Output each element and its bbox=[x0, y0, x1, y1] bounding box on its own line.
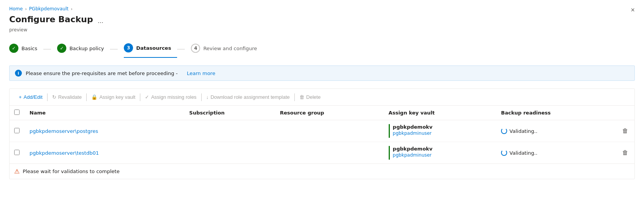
keyvault-info-1: pgbkpdemokv pgbkpadminuser bbox=[393, 146, 433, 158]
datasources-table: Name Subscription Resource group Assign … bbox=[10, 106, 634, 164]
validating-spinner-1 bbox=[501, 150, 507, 156]
delete-toolbar-button[interactable]: 🗑 Delete bbox=[296, 93, 324, 101]
download-template-label: Download role assignment template bbox=[210, 94, 290, 100]
row-delete-button-1[interactable]: 🗑 bbox=[621, 149, 630, 157]
breadcrumb-home[interactable]: Home bbox=[9, 6, 23, 11]
revalidate-label: Revalidate bbox=[58, 94, 82, 100]
add-icon: + bbox=[19, 94, 22, 100]
validating-text-0: Validating.. bbox=[509, 128, 537, 134]
row-subscription-1 bbox=[185, 142, 276, 164]
step-datasources-indicator: 3 bbox=[124, 43, 133, 52]
row-checkbox-cell-1[interactable] bbox=[10, 142, 25, 164]
warning-text: Please wait for validations to complete bbox=[23, 168, 120, 174]
add-edit-button[interactable]: + Add/Edit bbox=[16, 93, 46, 101]
page-subtitle: preview bbox=[9, 27, 635, 33]
row-name-0: pgbkpdemoserver\postgres bbox=[25, 120, 185, 142]
breadcrumb: Home › PGbkpdemovault › bbox=[9, 6, 635, 11]
step-basics-indicator: ✓ bbox=[9, 44, 18, 53]
delete-label: Delete bbox=[306, 94, 321, 100]
col-resource-group: Resource group bbox=[275, 106, 384, 120]
row-readiness-0: Validating.. bbox=[496, 120, 616, 142]
assign-missing-roles-label: Assign missing roles bbox=[151, 94, 197, 100]
step-basics-label: Basics bbox=[21, 46, 37, 51]
row-name-link-0[interactable]: pgbkpdemoserver\postgres bbox=[30, 128, 98, 134]
step-datasources[interactable]: 3 Datasources bbox=[124, 40, 177, 58]
table-header-row: Name Subscription Resource group Assign … bbox=[10, 106, 634, 120]
step-divider-2 bbox=[110, 49, 118, 49]
breadcrumb-vault[interactable]: PGbkpdemovault bbox=[29, 6, 69, 11]
step-backup-indicator: ✓ bbox=[57, 44, 66, 53]
row-checkbox-1[interactable] bbox=[14, 150, 20, 155]
row-action-col-0: 🗑 bbox=[616, 120, 634, 142]
row-name-link-1[interactable]: pgbkpdemoserver\testdb01 bbox=[30, 150, 99, 156]
row-delete-button-0[interactable]: 🗑 bbox=[621, 127, 630, 135]
green-bar-1 bbox=[389, 146, 390, 160]
table-footer: ⚠ Please wait for validations to complet… bbox=[10, 164, 634, 179]
col-assign-key-vault: Assign key vault bbox=[384, 106, 496, 120]
row-name-1: pgbkpdemoserver\testdb01 bbox=[25, 142, 185, 164]
warning-icon: ⚠ bbox=[14, 168, 20, 175]
keyvault-name-0: pgbkpdemokv bbox=[393, 124, 433, 130]
step-review-label: Review and configure bbox=[203, 46, 257, 51]
row-keyvault-0: pgbkpdemokv pgbkpadminuser bbox=[384, 120, 496, 142]
validating-text-1: Validating.. bbox=[509, 150, 537, 156]
step-backup-label: Backup policy bbox=[69, 46, 104, 51]
toolbar: + Add/Edit ↺ Revalidate 🔒 Assign key vau… bbox=[10, 89, 634, 106]
row-resource-group-1 bbox=[275, 142, 384, 164]
check-icon: ✓ bbox=[145, 94, 149, 100]
download-icon: ↓ bbox=[206, 94, 209, 100]
add-edit-label: Add/Edit bbox=[24, 94, 43, 100]
learn-more-link[interactable]: Learn more bbox=[187, 70, 215, 76]
assign-key-vault-button[interactable]: 🔒 Assign key vault bbox=[88, 93, 138, 101]
col-backup-readiness: Backup readiness bbox=[496, 106, 616, 120]
toolbar-sep-3 bbox=[140, 93, 140, 101]
keyvault-user-0: pgbkpadminuser bbox=[393, 131, 433, 136]
content-card: + Add/Edit ↺ Revalidate 🔒 Assign key vau… bbox=[9, 88, 635, 179]
toolbar-sep-2 bbox=[86, 93, 87, 101]
green-bar-0 bbox=[389, 124, 390, 138]
close-button[interactable]: × bbox=[631, 6, 635, 14]
keyvault-info-0: pgbkpdemokv pgbkpadminuser bbox=[393, 124, 433, 136]
table-row: pgbkpdemoserver\testdb01 pgbkpdemokv pgb… bbox=[10, 142, 634, 164]
assign-missing-roles-button[interactable]: ✓ Assign missing roles bbox=[142, 93, 200, 101]
table-container: Name Subscription Resource group Assign … bbox=[10, 106, 634, 164]
revalidate-icon: ↺ bbox=[52, 94, 56, 100]
info-banner: i Please ensure the pre-requisites are m… bbox=[9, 65, 635, 81]
step-divider-1 bbox=[43, 49, 51, 49]
assign-key-vault-label: Assign key vault bbox=[99, 94, 135, 100]
wizard-steps: ✓ Basics ✓ Backup policy 3 Datasources 4… bbox=[9, 40, 635, 58]
breadcrumb-sep-2: › bbox=[71, 7, 72, 11]
step-review-indicator: 4 bbox=[191, 44, 200, 53]
trash-toolbar-icon: 🗑 bbox=[299, 94, 304, 100]
step-backup-policy[interactable]: ✓ Backup policy bbox=[57, 41, 110, 57]
row-subscription-0 bbox=[185, 120, 276, 142]
step-basics[interactable]: ✓ Basics bbox=[9, 41, 43, 57]
select-all-header[interactable] bbox=[10, 106, 25, 120]
lock-icon: 🔒 bbox=[91, 94, 97, 100]
keyvault-name-1: pgbkpdemokv bbox=[393, 146, 433, 152]
row-checkbox-0[interactable] bbox=[14, 128, 20, 133]
toolbar-sep-1 bbox=[47, 93, 48, 101]
col-actions bbox=[616, 106, 634, 120]
row-keyvault-1: pgbkpdemokv pgbkpadminuser bbox=[384, 142, 496, 164]
toolbar-sep-4 bbox=[201, 93, 202, 101]
select-all-checkbox[interactable] bbox=[14, 110, 20, 115]
breadcrumb-sep-1: › bbox=[25, 7, 26, 11]
toolbar-sep-5 bbox=[294, 93, 295, 101]
row-checkbox-cell-0[interactable] bbox=[10, 120, 25, 142]
download-template-button[interactable]: ↓ Download role assignment template bbox=[203, 93, 293, 101]
step-datasources-label: Datasources bbox=[136, 45, 171, 51]
page-title: Configure Backup bbox=[9, 15, 93, 24]
table-row: pgbkpdemoserver\postgres pgbkpdemokv pgb… bbox=[10, 120, 634, 142]
keyvault-user-1: pgbkpadminuser bbox=[393, 152, 433, 158]
col-name: Name bbox=[25, 106, 185, 120]
ellipsis-button[interactable]: ... bbox=[96, 16, 105, 26]
page-header: Configure Backup ... bbox=[9, 15, 635, 26]
validating-spinner-0 bbox=[501, 128, 507, 134]
row-readiness-1: Validating.. bbox=[496, 142, 616, 164]
row-action-col-1: 🗑 bbox=[616, 142, 634, 164]
step-divider-3 bbox=[177, 49, 185, 49]
step-review[interactable]: 4 Review and configure bbox=[191, 41, 263, 57]
revalidate-button[interactable]: ↺ Revalidate bbox=[49, 93, 85, 101]
banner-text: Please ensure the pre-requisites are met… bbox=[26, 70, 177, 76]
